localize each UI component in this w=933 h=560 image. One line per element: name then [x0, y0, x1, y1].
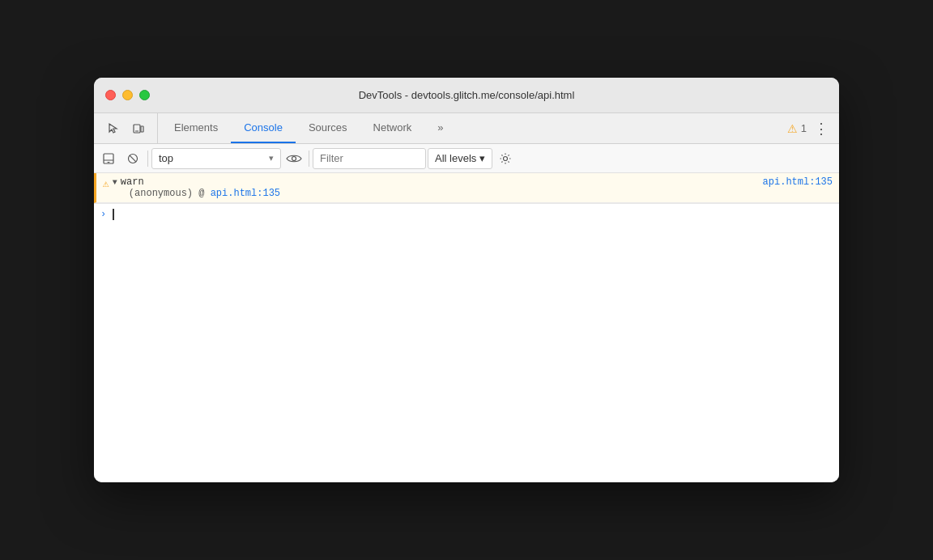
- titlebar: DevTools - devtools.glitch.me/console/ap…: [94, 78, 839, 113]
- log-levels-selector[interactable]: All levels ▾: [428, 148, 492, 169]
- close-button[interactable]: [105, 90, 116, 100]
- show-drawer-button[interactable]: [97, 147, 120, 170]
- ban-icon: [126, 152, 139, 165]
- log-entry-content: ▼ warn api.html:135 (anonymous) @ api.ht…: [113, 176, 833, 199]
- expand-arrow[interactable]: ▼: [113, 178, 117, 187]
- minimize-button[interactable]: [122, 90, 133, 100]
- console-content: ⚠ ▼ warn api.html:135 (anonymous) @ api.…: [94, 173, 839, 482]
- toolbar-divider: [147, 151, 148, 167]
- svg-point-8: [292, 156, 296, 160]
- console-input-line: ›: [94, 203, 839, 225]
- toolbar-divider-2: [309, 151, 309, 167]
- log-sub-prefix: (anonymous) @: [129, 188, 211, 199]
- drawer-icon: [102, 152, 115, 165]
- warn-triangle-icon: ⚠: [103, 177, 109, 190]
- device-toolbar-button[interactable]: [126, 117, 151, 140]
- svg-line-7: [130, 155, 136, 161]
- tabbar: Elements Console Sources Network » ⚠ 1 ⋮: [94, 113, 839, 144]
- tab-console[interactable]: Console: [231, 113, 296, 143]
- log-sub-link[interactable]: api.html:135: [211, 188, 280, 199]
- console-cursor: [113, 209, 114, 220]
- warning-badge[interactable]: ⚠ 1: [787, 122, 807, 135]
- clear-console-button[interactable]: [121, 147, 144, 170]
- maximize-button[interactable]: [139, 90, 150, 100]
- window-title: DevTools - devtools.glitch.me/console/ap…: [359, 89, 575, 101]
- tab-network[interactable]: Network: [360, 113, 425, 143]
- tab-sources[interactable]: Sources: [296, 113, 360, 143]
- settings-more-button[interactable]: ⋮: [810, 117, 833, 140]
- filter-input[interactable]: [313, 148, 426, 169]
- live-expressions-button[interactable]: [283, 147, 305, 170]
- svg-point-9: [504, 156, 508, 160]
- log-warn-label: warn: [121, 176, 144, 188]
- inspect-element-button[interactable]: [100, 117, 125, 140]
- tab-more[interactable]: »: [424, 113, 456, 143]
- devtools-window: DevTools - devtools.glitch.me/console/ap…: [94, 78, 839, 482]
- warning-icon: ⚠: [787, 122, 798, 135]
- log-source-link[interactable]: api.html:135: [763, 176, 833, 188]
- console-settings-button[interactable]: [494, 147, 517, 170]
- tab-elements[interactable]: Elements: [161, 113, 231, 143]
- log-entry-warn: ⚠ ▼ warn api.html:135 (anonymous) @ api.…: [94, 173, 839, 203]
- log-main-line: ▼ warn api.html:135: [113, 176, 833, 188]
- svg-marker-5: [107, 162, 110, 163]
- context-value: top: [159, 152, 173, 164]
- console-toolbar: top ▾ All levels ▾: [94, 144, 839, 173]
- gear-icon: [499, 152, 512, 165]
- device-icon: [132, 122, 145, 135]
- warning-count: 1: [801, 122, 807, 134]
- prompt-icon[interactable]: ›: [100, 209, 106, 220]
- traffic-lights: [105, 90, 150, 100]
- tabbar-left-icons: [100, 113, 158, 143]
- svg-rect-1: [141, 126, 143, 132]
- levels-arrow: ▾: [479, 152, 485, 164]
- context-arrow: ▾: [269, 153, 274, 163]
- cursor-icon: [106, 122, 119, 135]
- main-tabs: Elements Console Sources Network »: [161, 113, 787, 143]
- tabbar-right: ⚠ 1 ⋮: [787, 113, 833, 143]
- eye-icon: [286, 153, 302, 164]
- levels-label: All levels: [435, 152, 476, 164]
- context-selector[interactable]: top ▾: [151, 148, 281, 169]
- log-sub-line: (anonymous) @ api.html:135: [113, 188, 833, 199]
